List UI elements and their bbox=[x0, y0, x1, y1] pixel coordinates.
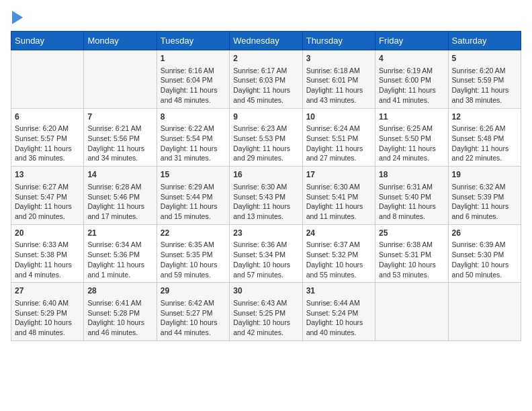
sunrise-text: Sunrise: 6:33 AM bbox=[15, 240, 80, 250]
sunset-text: Sunset: 5:48 PM bbox=[452, 134, 517, 144]
day-number: 15 bbox=[161, 169, 226, 181]
calendar-cell: 5Sunrise: 6:20 AMSunset: 5:59 PMDaylight… bbox=[448, 50, 521, 109]
day-number: 21 bbox=[87, 228, 152, 239]
daylight-text: Daylight: 11 hours and 6 minutes. bbox=[452, 201, 517, 221]
calendar-cell: 18Sunrise: 6:31 AMSunset: 5:40 PMDayligh… bbox=[375, 167, 448, 225]
sunrise-text: Sunrise: 6:16 AM bbox=[161, 66, 226, 76]
daylight-text: Daylight: 10 hours and 53 minutes. bbox=[379, 260, 444, 279]
day-number: 25 bbox=[379, 228, 444, 239]
daylight-text: Daylight: 10 hours and 48 minutes. bbox=[15, 318, 80, 337]
day-number: 31 bbox=[306, 285, 371, 297]
daylight-text: Daylight: 11 hours and 20 minutes. bbox=[15, 201, 80, 221]
sunrise-text: Sunrise: 6:17 AM bbox=[233, 66, 298, 76]
sunrise-text: Sunrise: 6:38 AM bbox=[379, 240, 444, 250]
col-header-thursday: Thursday bbox=[302, 32, 375, 50]
sunset-text: Sunset: 5:39 PM bbox=[452, 192, 517, 202]
sunrise-text: Sunrise: 6:36 AM bbox=[233, 240, 298, 250]
daylight-text: Daylight: 11 hours and 43 minutes. bbox=[306, 85, 371, 105]
day-number: 1 bbox=[161, 53, 226, 64]
sunrise-text: Sunrise: 6:41 AM bbox=[87, 298, 152, 308]
sunset-text: Sunset: 5:57 PM bbox=[15, 134, 80, 144]
sunrise-text: Sunrise: 6:26 AM bbox=[452, 124, 517, 134]
day-number: 27 bbox=[15, 285, 80, 297]
sunrise-text: Sunrise: 6:29 AM bbox=[161, 182, 226, 192]
calendar-cell: 24Sunrise: 6:37 AMSunset: 5:32 PMDayligh… bbox=[302, 224, 375, 283]
daylight-text: Daylight: 11 hours and 8 minutes. bbox=[379, 201, 444, 221]
calendar-cell: 27Sunrise: 6:40 AMSunset: 5:29 PMDayligh… bbox=[11, 283, 84, 341]
day-number: 7 bbox=[87, 111, 152, 123]
daylight-text: Daylight: 11 hours and 22 minutes. bbox=[452, 144, 517, 163]
sunrise-text: Sunrise: 6:23 AM bbox=[233, 124, 298, 134]
sunrise-text: Sunrise: 6:37 AM bbox=[306, 240, 371, 250]
sunrise-text: Sunrise: 6:42 AM bbox=[161, 298, 226, 308]
daylight-text: Daylight: 11 hours and 1 minute. bbox=[87, 260, 152, 279]
sunset-text: Sunset: 5:30 PM bbox=[452, 250, 517, 260]
sunrise-text: Sunrise: 6:43 AM bbox=[233, 298, 298, 308]
sunrise-text: Sunrise: 6:32 AM bbox=[452, 182, 517, 192]
daylight-text: Daylight: 11 hours and 17 minutes. bbox=[87, 201, 152, 221]
day-number: 24 bbox=[306, 228, 371, 239]
logo bbox=[11, 11, 23, 24]
sunset-text: Sunset: 6:00 PM bbox=[379, 75, 444, 85]
day-number: 4 bbox=[379, 53, 444, 64]
day-number: 18 bbox=[379, 169, 444, 181]
calendar-week-row: 6Sunrise: 6:20 AMSunset: 5:57 PMDaylight… bbox=[11, 108, 521, 167]
sunrise-text: Sunrise: 6:31 AM bbox=[379, 182, 444, 192]
sunrise-text: Sunrise: 6:34 AM bbox=[87, 240, 152, 250]
calendar-cell: 8Sunrise: 6:22 AMSunset: 5:54 PMDaylight… bbox=[157, 108, 229, 167]
sunset-text: Sunset: 5:25 PM bbox=[233, 308, 298, 318]
calendar-week-row: 13Sunrise: 6:27 AMSunset: 5:47 PMDayligh… bbox=[11, 167, 521, 225]
sunset-text: Sunset: 5:40 PM bbox=[379, 192, 444, 202]
daylight-text: Daylight: 11 hours and 41 minutes. bbox=[379, 85, 444, 105]
calendar-cell: 12Sunrise: 6:26 AMSunset: 5:48 PMDayligh… bbox=[448, 108, 521, 167]
calendar-cell bbox=[11, 50, 84, 109]
calendar-week-row: 20Sunrise: 6:33 AMSunset: 5:38 PMDayligh… bbox=[11, 224, 521, 283]
calendar-cell: 31Sunrise: 6:44 AMSunset: 5:24 PMDayligh… bbox=[302, 283, 375, 341]
sunrise-text: Sunrise: 6:27 AM bbox=[15, 182, 80, 192]
daylight-text: Daylight: 10 hours and 57 minutes. bbox=[233, 260, 298, 279]
sunset-text: Sunset: 6:03 PM bbox=[233, 75, 298, 85]
day-number: 28 bbox=[87, 285, 152, 297]
calendar-week-row: 27Sunrise: 6:40 AMSunset: 5:29 PMDayligh… bbox=[11, 283, 521, 341]
calendar-cell: 29Sunrise: 6:42 AMSunset: 5:27 PMDayligh… bbox=[157, 283, 229, 341]
calendar-cell: 14Sunrise: 6:28 AMSunset: 5:46 PMDayligh… bbox=[84, 167, 157, 225]
day-number: 3 bbox=[306, 53, 371, 64]
calendar-cell: 17Sunrise: 6:30 AMSunset: 5:41 PMDayligh… bbox=[302, 167, 375, 225]
calendar-cell: 26Sunrise: 6:39 AMSunset: 5:30 PMDayligh… bbox=[448, 224, 521, 283]
sunset-text: Sunset: 5:34 PM bbox=[233, 250, 298, 260]
sunset-text: Sunset: 5:38 PM bbox=[15, 250, 80, 260]
day-number: 11 bbox=[379, 111, 444, 123]
sunset-text: Sunset: 5:32 PM bbox=[306, 250, 371, 260]
sunset-text: Sunset: 5:47 PM bbox=[15, 192, 80, 202]
calendar-cell: 15Sunrise: 6:29 AMSunset: 5:44 PMDayligh… bbox=[157, 167, 229, 225]
day-number: 19 bbox=[452, 169, 517, 181]
day-number: 20 bbox=[15, 228, 80, 239]
sunrise-text: Sunrise: 6:39 AM bbox=[452, 240, 517, 250]
day-number: 17 bbox=[306, 169, 371, 181]
calendar-cell bbox=[448, 283, 521, 341]
calendar-cell: 6Sunrise: 6:20 AMSunset: 5:57 PMDaylight… bbox=[11, 108, 84, 167]
calendar-cell: 11Sunrise: 6:25 AMSunset: 5:50 PMDayligh… bbox=[375, 108, 448, 167]
sunset-text: Sunset: 6:01 PM bbox=[306, 75, 371, 85]
day-number: 16 bbox=[233, 169, 298, 181]
sunset-text: Sunset: 5:35 PM bbox=[161, 250, 226, 260]
calendar-cell: 9Sunrise: 6:23 AMSunset: 5:53 PMDaylight… bbox=[230, 108, 302, 167]
day-number: 13 bbox=[15, 169, 80, 181]
daylight-text: Daylight: 11 hours and 13 minutes. bbox=[233, 201, 298, 221]
sunset-text: Sunset: 5:56 PM bbox=[87, 134, 152, 144]
day-number: 14 bbox=[87, 169, 152, 181]
sunset-text: Sunset: 5:31 PM bbox=[379, 250, 444, 260]
sunset-text: Sunset: 5:59 PM bbox=[452, 75, 517, 85]
day-number: 29 bbox=[161, 285, 226, 297]
col-header-saturday: Saturday bbox=[448, 32, 521, 50]
sunset-text: Sunset: 5:54 PM bbox=[161, 134, 226, 144]
daylight-text: Daylight: 11 hours and 4 minutes. bbox=[15, 260, 80, 279]
calendar-cell: 10Sunrise: 6:24 AMSunset: 5:51 PMDayligh… bbox=[302, 108, 375, 167]
sunrise-text: Sunrise: 6:35 AM bbox=[161, 240, 226, 250]
daylight-text: Daylight: 11 hours and 24 minutes. bbox=[379, 144, 444, 163]
calendar-cell: 25Sunrise: 6:38 AMSunset: 5:31 PMDayligh… bbox=[375, 224, 448, 283]
sunrise-text: Sunrise: 6:28 AM bbox=[87, 182, 152, 192]
day-number: 30 bbox=[233, 285, 298, 297]
day-number: 8 bbox=[161, 111, 226, 123]
sunrise-text: Sunrise: 6:20 AM bbox=[15, 124, 80, 134]
